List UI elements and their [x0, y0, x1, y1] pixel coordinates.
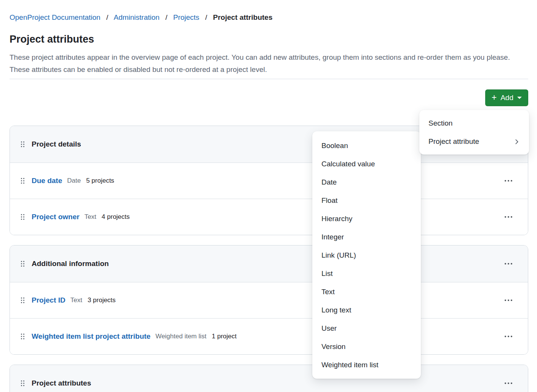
section-more-actions-button[interactable] [503, 258, 514, 269]
drag-handle-icon[interactable] [21, 177, 25, 184]
page-title: Project attributes [10, 32, 528, 46]
breadcrumb-link-projects[interactable]: Projects [173, 13, 200, 21]
page-description: These project attributes appear in the o… [10, 51, 528, 76]
drag-handle-icon[interactable] [21, 333, 25, 340]
attribute-type-submenu: Boolean Calculated value Date Float Hier… [312, 131, 421, 379]
attribute-row: Project owner Text 4 projects [10, 199, 528, 235]
attribute-project-count: 5 projects [86, 177, 114, 185]
breadcrumb-current: Project attributes [213, 13, 272, 21]
attribute-more-actions-button[interactable] [503, 211, 514, 223]
drag-handle-icon[interactable] [21, 141, 25, 148]
menu-item-link-url[interactable]: Link (URL) [312, 246, 421, 265]
menu-item-integer[interactable]: Integer [312, 228, 421, 246]
main-content: OpenProject Documentation / Administrati… [0, 13, 537, 392]
breadcrumb-separator: / [106, 13, 108, 21]
breadcrumb-link-administration[interactable]: Administration [113, 13, 159, 21]
attribute-project-count: 3 projects [88, 296, 116, 304]
add-button[interactable]: + Add [485, 89, 528, 106]
attribute-more-actions-button[interactable] [503, 331, 514, 342]
caret-down-icon [517, 97, 522, 99]
menu-item-version[interactable]: Version [312, 338, 421, 356]
menu-item-section[interactable]: Section [419, 114, 529, 132]
attribute-type-label: Text [70, 296, 82, 304]
divider [10, 79, 528, 79]
attribute-more-actions-button[interactable] [503, 175, 514, 186]
menu-item-project-attribute[interactable]: Project attribute [419, 132, 529, 151]
menu-item-list[interactable]: List [312, 265, 421, 283]
section-header: Project attributes [10, 365, 528, 392]
section-title: Additional information [32, 260, 109, 268]
attribute-name-link[interactable]: Project ID [32, 296, 66, 304]
breadcrumb-separator: / [165, 13, 167, 21]
menu-item-long-text[interactable]: Long text [312, 301, 421, 319]
section-title: Project attributes [32, 379, 91, 387]
section-card-project-attributes: Project attributes [10, 365, 528, 392]
chevron-right-icon [513, 139, 520, 145]
menu-item-boolean[interactable]: Boolean [312, 137, 421, 155]
attribute-name-link[interactable]: Weighted item list project attribute [32, 332, 150, 341]
menu-item-date[interactable]: Date [312, 173, 421, 191]
section-header: Additional information [10, 245, 528, 282]
drag-handle-icon[interactable] [21, 380, 25, 387]
drag-handle-icon[interactable] [21, 297, 25, 304]
attribute-type-label: Text [85, 213, 96, 221]
section-card-additional-information: Additional information Project ID Text 3… [10, 245, 528, 355]
menu-item-text[interactable]: Text [312, 283, 421, 301]
attribute-row: Due date Date 5 projects [10, 163, 528, 199]
breadcrumb-separator: / [205, 13, 207, 21]
plus-icon: + [492, 93, 497, 102]
add-dropdown-menu: Section Project attribute [419, 110, 529, 155]
attribute-more-actions-button[interactable] [503, 295, 514, 306]
breadcrumb-link-openproject-documentation[interactable]: OpenProject Documentation [10, 13, 101, 21]
menu-item-float[interactable]: Float [312, 191, 421, 210]
attribute-row: Weighted item list project attribute Wei… [10, 318, 528, 354]
attribute-name-link[interactable]: Due date [32, 177, 62, 185]
drag-handle-icon[interactable] [21, 214, 25, 220]
add-button-label: Add [500, 94, 513, 102]
menu-item-hierarchy[interactable]: Hierarchy [312, 210, 421, 228]
menu-item-label: Project attribute [428, 137, 479, 146]
toolbar: + Add [10, 89, 528, 106]
attribute-row: Project ID Text 3 projects [10, 282, 528, 318]
drag-handle-icon[interactable] [21, 260, 25, 267]
section-more-actions-button[interactable] [503, 378, 514, 389]
section-title: Project details [32, 140, 81, 148]
attribute-type-label: Date [67, 177, 81, 185]
menu-item-user[interactable]: User [312, 319, 421, 338]
attribute-project-count: 1 project [212, 333, 237, 340]
attribute-project-count: 4 projects [102, 213, 130, 221]
breadcrumb: OpenProject Documentation / Administrati… [10, 13, 528, 22]
attribute-type-label: Weighted item list [155, 333, 206, 340]
menu-item-weighted-item-list[interactable]: Weighted item list [312, 356, 421, 374]
attribute-name-link[interactable]: Project owner [32, 213, 80, 221]
menu-item-calculated-value[interactable]: Calculated value [312, 155, 421, 173]
menu-item-label: Section [428, 119, 452, 127]
